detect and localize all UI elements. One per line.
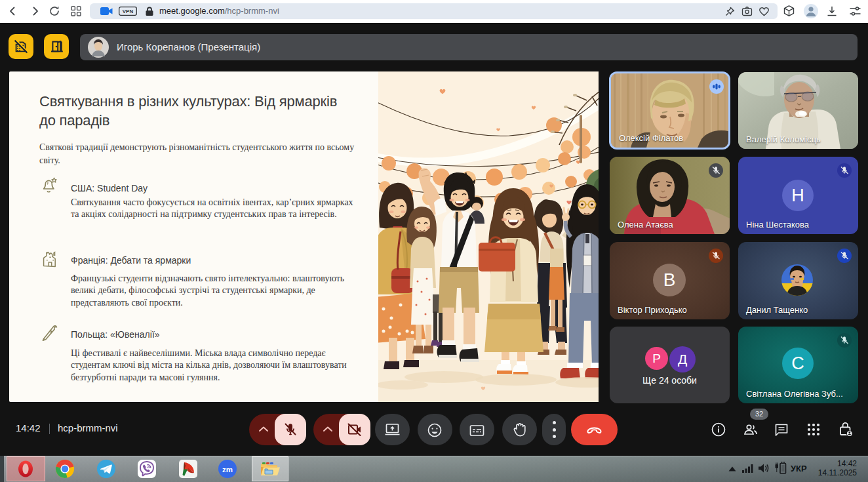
svg-text:zm: zm <box>222 466 233 473</box>
svg-text:VPN: VPN <box>123 9 134 14</box>
